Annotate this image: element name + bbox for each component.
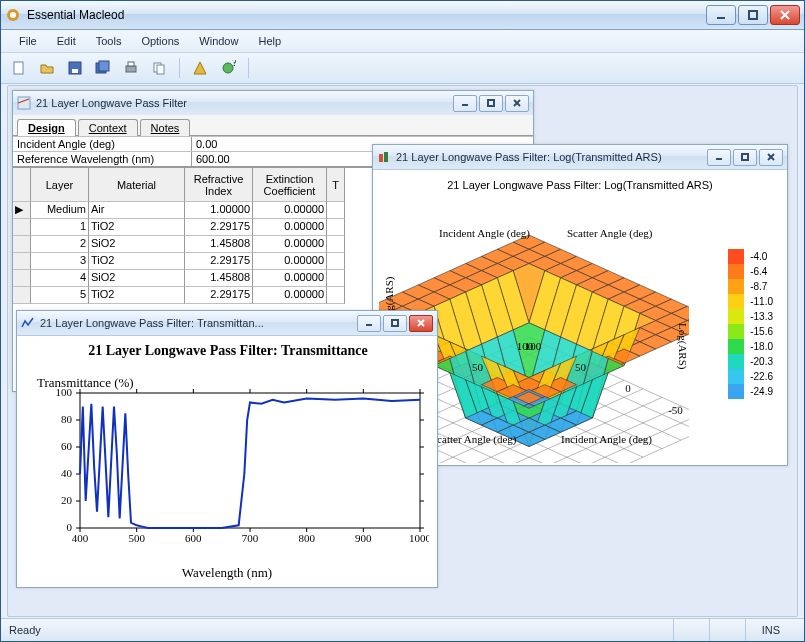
svg-text:400: 400: [72, 532, 89, 544]
colorbar-row: -4.0: [728, 249, 773, 264]
menu-window[interactable]: Window: [189, 32, 248, 50]
colorbar-label: -4.0: [750, 251, 767, 262]
plot2d-window-title: 21 Layer Longwave Pass Filter: Transmitt…: [40, 317, 357, 329]
open-icon[interactable]: [35, 56, 59, 80]
cell-refractive[interactable]: 2.29175: [185, 219, 253, 236]
incident-angle-value[interactable]: 0.00: [192, 137, 221, 151]
child-minimize-button[interactable]: [357, 315, 381, 332]
design-tabs: Design Context Notes: [13, 115, 533, 136]
cell-refractive[interactable]: 2.29175: [185, 287, 253, 304]
tab-design[interactable]: Design: [17, 119, 76, 136]
title-bar[interactable]: Essential Macleod: [1, 1, 804, 30]
menu-file[interactable]: File: [9, 32, 47, 50]
cell-thickness[interactable]: [327, 202, 345, 219]
child-minimize-button[interactable]: [453, 95, 477, 112]
col-layer[interactable]: Layer: [31, 168, 89, 202]
save-icon[interactable]: [63, 56, 87, 80]
cell-material[interactable]: TiO2: [89, 287, 185, 304]
cell-extinction[interactable]: 0.00000: [253, 219, 327, 236]
mdi-client: 21 Layer Longwave Pass Filter Design Con…: [7, 85, 798, 617]
colorbar-row: -6.4: [728, 264, 773, 279]
cell-extinction[interactable]: 0.00000: [253, 202, 327, 219]
new-icon[interactable]: [7, 56, 31, 80]
svg-rect-11: [126, 66, 136, 72]
copy-icon[interactable]: [147, 56, 171, 80]
svg-text:700: 700: [242, 532, 259, 544]
child-close-button[interactable]: [759, 149, 783, 166]
cell-thickness[interactable]: [327, 219, 345, 236]
cell-extinction[interactable]: 0.00000: [253, 236, 327, 253]
svg-rect-24: [379, 154, 383, 162]
menu-edit[interactable]: Edit: [47, 32, 86, 50]
child-close-button[interactable]: [505, 95, 529, 112]
child-close-button[interactable]: [409, 315, 433, 332]
targets-icon[interactable]: ?: [216, 56, 240, 80]
cell-layer[interactable]: 1: [31, 219, 89, 236]
colorbar-label: -8.7: [750, 281, 767, 292]
toolbar-separator: [248, 58, 249, 78]
cell-refractive[interactable]: 1.45808: [185, 236, 253, 253]
print-icon[interactable]: [119, 56, 143, 80]
cell-extinction[interactable]: 0.00000: [253, 253, 327, 270]
plot2d-icon: [21, 316, 35, 330]
cell-refractive[interactable]: 1.00000: [185, 202, 253, 219]
tab-notes[interactable]: Notes: [140, 119, 191, 136]
refinement-icon[interactable]: [188, 56, 212, 80]
svg-marker-15: [194, 62, 206, 74]
cell-material[interactable]: TiO2: [89, 219, 185, 236]
svg-rect-3: [749, 11, 757, 19]
col-extinction[interactable]: Extinction Coefficient: [253, 168, 327, 202]
colorbar-row: -15.6: [728, 324, 773, 339]
colorbar-row: -24.9: [728, 384, 773, 399]
cell-layer[interactable]: 2: [31, 236, 89, 253]
cell-thickness[interactable]: [327, 287, 345, 304]
maximize-button[interactable]: [738, 5, 768, 25]
cell-material[interactable]: TiO2: [89, 253, 185, 270]
tab-context[interactable]: Context: [78, 119, 138, 136]
colorbar-row: -18.0: [728, 339, 773, 354]
child-maximize-button[interactable]: [383, 315, 407, 332]
menu-options[interactable]: Options: [131, 32, 189, 50]
child-minimize-button[interactable]: [707, 149, 731, 166]
cell-layer[interactable]: 4: [31, 270, 89, 287]
menu-help[interactable]: Help: [248, 32, 291, 50]
svg-text:50: 50: [575, 361, 587, 373]
reference-wavelength-value[interactable]: 600.00: [192, 152, 234, 166]
cell-thickness[interactable]: [327, 253, 345, 270]
cell-refractive[interactable]: 2.29175: [185, 253, 253, 270]
svg-text:Incident Angle (deg): Incident Angle (deg): [561, 433, 652, 446]
cell-material[interactable]: SiO2: [89, 270, 185, 287]
col-material[interactable]: Material: [89, 168, 185, 202]
svg-point-1: [10, 12, 16, 18]
svg-text:?: ?: [232, 60, 236, 68]
col-refractive[interactable]: Refractive Index: [185, 168, 253, 202]
cell-refractive[interactable]: 1.45808: [185, 270, 253, 287]
save-all-icon[interactable]: [91, 56, 115, 80]
cell-layer[interactable]: 3: [31, 253, 89, 270]
cell-thickness[interactable]: [327, 270, 345, 287]
cell-extinction[interactable]: 0.00000: [253, 270, 327, 287]
plot2d-window[interactable]: 21 Layer Longwave Pass Filter: Transmitt…: [16, 310, 438, 588]
minimize-button[interactable]: [706, 5, 736, 25]
cell-material[interactable]: Air: [89, 202, 185, 219]
colorbar-label: -24.9: [750, 386, 773, 397]
cell-extinction[interactable]: 0.00000: [253, 287, 327, 304]
menu-tools[interactable]: Tools: [86, 32, 132, 50]
svg-text:1000: 1000: [409, 532, 429, 544]
col-thickness[interactable]: T: [327, 168, 345, 202]
svg-text:50: 50: [472, 361, 484, 373]
plot3d-window-title: 21 Layer Longwave Pass Filter: Log(Trans…: [396, 151, 707, 163]
svg-text:500: 500: [128, 532, 145, 544]
colorbar-row: -20.3: [728, 354, 773, 369]
cell-layer[interactable]: 5: [31, 287, 89, 304]
colorbar-swatch: [728, 384, 744, 399]
child-maximize-button[interactable]: [733, 149, 757, 166]
close-button[interactable]: [770, 5, 800, 25]
svg-rect-10: [99, 61, 109, 71]
cell-thickness[interactable]: [327, 236, 345, 253]
colorbar-label: -11.0: [750, 296, 773, 307]
cell-material[interactable]: SiO2: [89, 236, 185, 253]
cell-layer[interactable]: Medium: [31, 202, 89, 219]
svg-text:Incident Angle (deg): Incident Angle (deg): [439, 227, 530, 240]
child-maximize-button[interactable]: [479, 95, 503, 112]
